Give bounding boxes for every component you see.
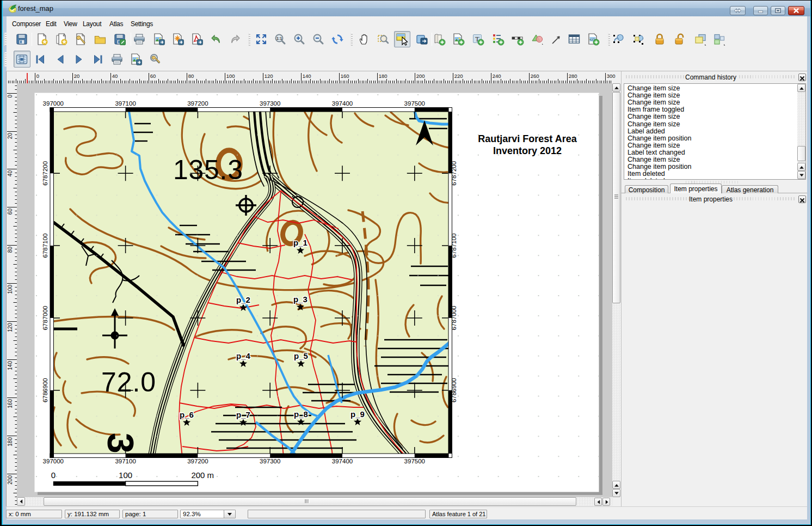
svg-text:180: 180 bbox=[7, 437, 13, 447]
svg-text:60: 60 bbox=[7, 209, 13, 215]
svg-text:397500: 397500 bbox=[404, 458, 425, 464]
svg-text:6787100: 6787100 bbox=[451, 234, 457, 258]
svg-text:200: 200 bbox=[7, 475, 13, 485]
svg-text:0: 0 bbox=[7, 95, 13, 98]
svg-text:397100: 397100 bbox=[115, 458, 136, 464]
svg-text:397200: 397200 bbox=[187, 458, 208, 464]
svg-text:220: 220 bbox=[454, 73, 463, 79]
svg-text:120: 120 bbox=[7, 323, 13, 332]
svg-text:100: 100 bbox=[119, 470, 132, 480]
svg-text:397400: 397400 bbox=[332, 100, 353, 107]
svg-text:6787200: 6787200 bbox=[42, 161, 48, 186]
svg-text:160: 160 bbox=[7, 399, 13, 408]
svg-text:80: 80 bbox=[7, 247, 13, 253]
svg-text:180: 180 bbox=[379, 73, 387, 79]
svg-text:397200: 397200 bbox=[187, 100, 208, 107]
svg-text:6786900: 6786900 bbox=[451, 378, 457, 402]
svg-text:397100: 397100 bbox=[115, 100, 136, 107]
svg-text:6787000: 6787000 bbox=[451, 306, 457, 331]
svg-text:1:1: 1:1 bbox=[276, 36, 282, 40]
svg-text:0: 0 bbox=[36, 73, 39, 79]
svg-text:6787000: 6787000 bbox=[42, 306, 48, 331]
svg-text:397500: 397500 bbox=[404, 100, 425, 107]
svg-text:397400: 397400 bbox=[332, 458, 353, 464]
svg-text:40: 40 bbox=[112, 73, 118, 79]
svg-text:397300: 397300 bbox=[260, 458, 280, 464]
svg-text:60: 60 bbox=[150, 73, 156, 79]
svg-text:100: 100 bbox=[226, 73, 235, 79]
svg-text:20: 20 bbox=[74, 73, 80, 79]
svg-text:300: 300 bbox=[607, 73, 616, 79]
svg-text:120: 120 bbox=[264, 73, 273, 79]
svg-text:100: 100 bbox=[7, 285, 13, 294]
svg-text:397000: 397000 bbox=[43, 100, 64, 107]
svg-text:Rautjarvi Forest Area: Rautjarvi Forest Area bbox=[478, 133, 577, 144]
svg-text:397300: 397300 bbox=[260, 100, 280, 107]
svg-text:397000: 397000 bbox=[43, 458, 64, 464]
svg-text:140: 140 bbox=[303, 73, 311, 79]
svg-text:200: 200 bbox=[416, 73, 425, 79]
svg-text:80: 80 bbox=[188, 73, 194, 79]
svg-text:260: 260 bbox=[531, 73, 539, 79]
svg-text:6787200: 6787200 bbox=[451, 161, 457, 186]
svg-text:6787100: 6787100 bbox=[42, 234, 48, 258]
svg-text:20: 20 bbox=[7, 133, 13, 139]
svg-text:Inventory 2012: Inventory 2012 bbox=[493, 145, 562, 156]
svg-text:0: 0 bbox=[51, 470, 56, 480]
svg-text:200 m: 200 m bbox=[191, 470, 214, 480]
svg-text:140: 140 bbox=[7, 361, 13, 370]
svg-text:280: 280 bbox=[569, 73, 577, 79]
svg-text:6786900: 6786900 bbox=[42, 378, 48, 402]
svg-text:160: 160 bbox=[341, 73, 349, 79]
svg-text:240: 240 bbox=[493, 73, 501, 79]
svg-text:40: 40 bbox=[7, 170, 13, 177]
